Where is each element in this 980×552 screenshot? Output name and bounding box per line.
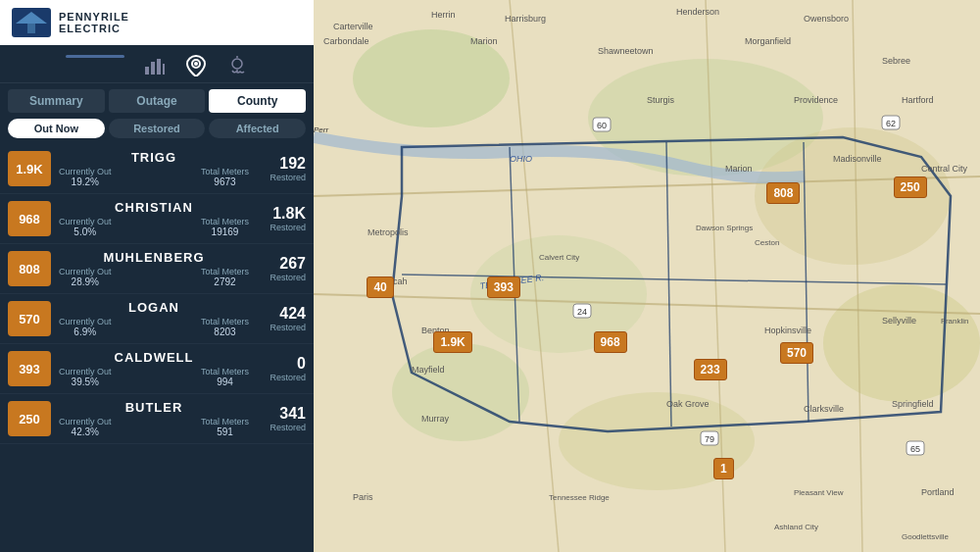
county-list: 1.9K TRIGG Currently Out 19.2% Total Met… bbox=[0, 144, 314, 552]
county-row-christian[interactable]: 968 CHRISTIAN Currently Out 5.0% Total M… bbox=[0, 194, 314, 244]
map-background: Carterville Herrin Harrisburg Henderson … bbox=[314, 0, 980, 552]
stat-currently-out: Currently Out 42.3% bbox=[59, 417, 112, 437]
svg-text:Providence: Providence bbox=[794, 95, 838, 105]
county-stats-christian: Currently Out 5.0% Total Meters 19169 bbox=[59, 217, 249, 237]
map-marker-marker-570[interactable]: 570 bbox=[780, 342, 813, 364]
county-restored-butler: 341 Restored bbox=[257, 405, 306, 432]
county-name-christian: CHRISTIAN bbox=[59, 200, 249, 215]
svg-text:Dawson Springs: Dawson Springs bbox=[696, 224, 753, 232]
stat-total-meters: Total Meters 2792 bbox=[201, 267, 249, 287]
svg-text:Paris: Paris bbox=[353, 492, 373, 502]
county-name-caldwell: CALDWELL bbox=[59, 350, 249, 365]
county-info-caldwell: CALDWELL Currently Out 39.5% Total Meter… bbox=[59, 350, 249, 387]
svg-text:Henderson: Henderson bbox=[676, 7, 719, 17]
svg-text:Hartford: Hartford bbox=[902, 95, 934, 105]
stat-total-meters: Total Meters 8203 bbox=[201, 317, 249, 337]
county-restored-logan: 424 Restored bbox=[257, 305, 306, 332]
svg-text:Portland: Portland bbox=[921, 487, 955, 497]
svg-text:24: 24 bbox=[577, 307, 587, 317]
map-marker-marker-808[interactable]: 808 bbox=[766, 182, 800, 204]
county-restored-trigg: 192 Restored bbox=[257, 155, 306, 182]
svg-text:60: 60 bbox=[597, 121, 607, 130]
map-marker-marker-250[interactable]: 250 bbox=[894, 176, 927, 198]
filter-restored[interactable]: Restored bbox=[109, 119, 206, 138]
map-marker-marker-233[interactable]: 233 bbox=[694, 359, 727, 380]
svg-text:Ceston: Ceston bbox=[755, 238, 779, 247]
svg-text:Clarksville: Clarksville bbox=[804, 404, 844, 414]
svg-text:Sellyville: Sellyville bbox=[882, 316, 916, 326]
county-badge-logan: 570 bbox=[8, 301, 51, 336]
svg-text:Hopkinsville: Hopkinsville bbox=[764, 326, 811, 335]
stat-total-meters: Total Meters 591 bbox=[201, 417, 249, 437]
logo-area: PENNYRILE ELECTRIC bbox=[0, 0, 314, 45]
icon-tab-bar-chart[interactable] bbox=[144, 55, 166, 76]
county-stats-logan: Currently Out 6.9% Total Meters 8203 bbox=[59, 317, 249, 337]
svg-text:Springfield: Springfield bbox=[892, 399, 934, 409]
county-name-trigg: TRIGG bbox=[59, 150, 249, 165]
svg-text:Carterville: Carterville bbox=[333, 22, 373, 31]
filter-out-now[interactable]: Out Now bbox=[8, 119, 105, 138]
svg-text:Franklin: Franklin bbox=[941, 317, 968, 326]
logo-name: PENNYRILE bbox=[59, 11, 129, 23]
filter-affected[interactable]: Affected bbox=[209, 119, 306, 138]
svg-text:Owensboro: Owensboro bbox=[804, 14, 849, 24]
county-badge-caldwell: 393 bbox=[8, 351, 51, 386]
county-row-caldwell[interactable]: 393 CALDWELL Currently Out 39.5% Total M… bbox=[0, 344, 314, 394]
county-row-logan[interactable]: 570 LOGAN Currently Out 6.9% Total Meter… bbox=[0, 294, 314, 344]
svg-text:Morganfield: Morganfield bbox=[745, 36, 791, 46]
svg-text:Marion: Marion bbox=[470, 36, 498, 46]
tab-summary[interactable]: Summary bbox=[8, 89, 105, 113]
logo-text: PENNYRILE ELECTRIC bbox=[59, 11, 129, 34]
svg-rect-5 bbox=[157, 59, 161, 75]
county-badge-butler: 250 bbox=[8, 401, 51, 436]
stat-currently-out: Currently Out 39.5% bbox=[59, 367, 112, 387]
county-info-christian: CHRISTIAN Currently Out 5.0% Total Meter… bbox=[59, 200, 249, 237]
svg-text:Harrisburg: Harrisburg bbox=[505, 14, 546, 24]
svg-text:Marion: Marion bbox=[725, 164, 753, 174]
svg-text:Mayfield: Mayfield bbox=[412, 365, 445, 375]
svg-text:Sturgis: Sturgis bbox=[647, 95, 675, 105]
county-row-butler[interactable]: 250 BUTLER Currently Out 42.3% Total Met… bbox=[0, 394, 314, 444]
county-row-trigg[interactable]: 1.9K TRIGG Currently Out 19.2% Total Met… bbox=[0, 144, 314, 194]
county-info-muhlenberg: MUHLENBERG Currently Out 28.9% Total Met… bbox=[59, 250, 249, 287]
icon-tab-location[interactable] bbox=[185, 55, 207, 76]
svg-text:79: 79 bbox=[705, 434, 714, 444]
county-stats-caldwell: Currently Out 39.5% Total Meters 994 bbox=[59, 367, 249, 387]
svg-text:Carbondale: Carbondale bbox=[323, 36, 369, 46]
svg-text:Herrin: Herrin bbox=[431, 10, 456, 20]
map-marker-marker-968[interactable]: 968 bbox=[594, 331, 627, 353]
stat-total-meters: Total Meters 994 bbox=[201, 367, 249, 387]
svg-text:Sebree: Sebree bbox=[882, 56, 910, 66]
svg-text:Oak Grove: Oak Grove bbox=[666, 399, 710, 409]
county-badge-trigg: 1.9K bbox=[8, 151, 51, 186]
svg-rect-2 bbox=[27, 24, 35, 33]
svg-text:Madisonville: Madisonville bbox=[833, 154, 882, 164]
svg-text:65: 65 bbox=[910, 444, 920, 454]
stat-currently-out: Currently Out 28.9% bbox=[59, 267, 112, 287]
svg-text:Metropolis: Metropolis bbox=[368, 227, 409, 237]
county-badge-muhlenberg: 808 bbox=[8, 251, 51, 286]
map-marker-marker-393[interactable]: 393 bbox=[487, 276, 520, 298]
svg-text:Shawneetown: Shawneetown bbox=[598, 46, 654, 56]
tab-county[interactable]: County bbox=[209, 89, 306, 113]
map-marker-marker-1[interactable]: 1 bbox=[713, 458, 734, 479]
county-row-muhlenberg[interactable]: 808 MUHLENBERG Currently Out 28.9% Total… bbox=[0, 244, 314, 294]
svg-rect-6 bbox=[163, 64, 165, 75]
svg-text:Calvert City: Calvert City bbox=[539, 253, 579, 262]
svg-text:OHIO: OHIO bbox=[510, 154, 532, 164]
stat-total-meters: Total Meters 9673 bbox=[201, 167, 249, 187]
county-info-trigg: TRIGG Currently Out 19.2% Total Meters 9… bbox=[59, 150, 249, 187]
tabs-row: Summary Outage County bbox=[0, 83, 314, 117]
svg-text:Central City: Central City bbox=[921, 164, 968, 174]
map-marker-marker-40[interactable]: 40 bbox=[367, 276, 393, 298]
icon-tab-weather[interactable] bbox=[226, 55, 248, 76]
county-stats-trigg: Currently Out 19.2% Total Meters 9673 bbox=[59, 167, 249, 187]
svg-point-8 bbox=[194, 62, 198, 66]
tab-outage[interactable]: Outage bbox=[109, 89, 206, 113]
svg-text:Ashland City: Ashland City bbox=[774, 523, 818, 531]
stat-currently-out: Currently Out 6.9% bbox=[59, 317, 112, 337]
county-restored-caldwell: 0 Restored bbox=[257, 355, 306, 382]
filter-row: Out Now Restored Affected bbox=[0, 117, 314, 144]
map-marker-marker-1.9K[interactable]: 1.9K bbox=[433, 331, 471, 353]
map-area[interactable]: Carterville Herrin Harrisburg Henderson … bbox=[314, 0, 980, 552]
